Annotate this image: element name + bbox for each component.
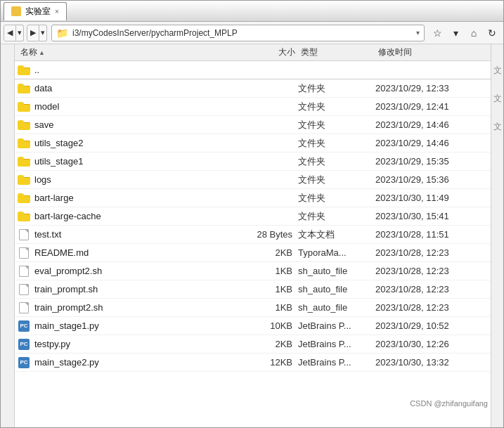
file-name-cell: logs	[18, 174, 249, 186]
file-name-cell: train_prompt2.sh	[18, 302, 249, 313]
updir-icon	[18, 65, 30, 75]
col-header-type[interactable]: 类型	[298, 46, 375, 58]
col-header-size[interactable]: 大小	[249, 46, 298, 58]
file-type: sh_auto_file	[298, 302, 375, 313]
home-button[interactable]: ⌂	[465, 25, 482, 41]
col-header-name[interactable]: 名称 ▲	[18, 46, 249, 58]
toolbar: ◀ ▾ ▶ ▾ 📁 i3/myCodesInServer/pycharmProj…	[1, 22, 503, 44]
file-name: utils_stage1	[34, 156, 83, 167]
file-type: 文件夹	[298, 119, 375, 131]
file-type: 文件夹	[298, 155, 375, 168]
file-modified: 2023/10/29, 14:46	[375, 119, 488, 130]
file-type: 文件夹	[298, 210, 375, 223]
file-type: 文件夹	[298, 82, 375, 95]
sh-icon	[19, 284, 29, 295]
file-area: 名称 ▲ 大小 类型 修改时间 ..	[15, 44, 491, 427]
file-row[interactable]: PC testpy.py 2KB JetBrains P... 2023/10/…	[15, 335, 491, 354]
left-sidebar	[1, 44, 15, 427]
refresh-button[interactable]: ↻	[484, 25, 500, 41]
file-icon-wrapper: PC	[18, 320, 30, 332]
file-row[interactable]: README.md 2KB TyporaMa... 2023/10/28, 12…	[15, 244, 491, 262]
file-row[interactable]: bart-large 文件夹 2023/10/30, 11:49	[15, 189, 491, 207]
right-sidebar-btn-1[interactable]: 文	[491, 44, 504, 72]
file-name: utils_stage2	[34, 138, 83, 148]
folder-icon	[18, 119, 30, 130]
file-row[interactable]: test.txt 28 Bytes 文本文档 2023/10/28, 11:51	[15, 226, 491, 244]
file-row[interactable]: PC main_stage2.py 12KB JetBrains P... 20…	[15, 354, 491, 372]
file-modified: 2023/10/29, 14:46	[375, 138, 488, 148]
back-dropdown-icon: ▾	[18, 28, 22, 37]
forward-button[interactable]: ▶	[27, 25, 39, 41]
file-icon-wrapper: PC	[18, 357, 30, 368]
address-text: i3/myCodesInServer/pycharmProject_MPLP	[72, 28, 412, 38]
file-row[interactable]: model 文件夹 2023/10/29, 12:41	[15, 98, 491, 116]
py-icon: PC	[18, 339, 30, 350]
file-manager-window: 实验室 × ◀ ▾ ▶ ▾ 📁 i3/myCodesI	[0, 0, 504, 428]
file-type: 文本文档	[298, 228, 375, 241]
file-type: sh_auto_file	[298, 266, 375, 276]
file-row[interactable]: save 文件夹 2023/10/29, 14:46	[15, 116, 491, 134]
file-row[interactable]: eval_prompt2.sh 1KB sh_auto_file 2023/10…	[15, 262, 491, 280]
file-type: JetBrains P...	[298, 339, 375, 349]
file-modified: 2023/10/28, 12:23	[375, 284, 488, 294]
file-size: 10KB	[249, 320, 298, 331]
file-modified: 2023/10/29, 12:41	[375, 101, 488, 112]
file-modified: 2023/10/30, 15:41	[375, 211, 488, 221]
file-name-cell: train_prompt.sh	[18, 284, 249, 295]
right-sidebar-btn-3[interactable]: 文	[491, 100, 504, 129]
file-row[interactable]: bart-large-cache 文件夹 2023/10/30, 15:41	[15, 207, 491, 226]
file-row[interactable]: train_prompt2.sh 1KB sh_auto_file 2023/1…	[15, 299, 491, 317]
file-row[interactable]: data 文件夹 2023/10/29, 12:33	[15, 79, 491, 98]
address-bar[interactable]: 📁 i3/myCodesInServer/pycharmProject_MPLP…	[51, 25, 425, 41]
file-name: testpy.py	[34, 339, 70, 349]
file-icon	[19, 247, 29, 259]
file-icon-wrapper	[18, 83, 30, 94]
file-icon-wrapper	[18, 138, 30, 149]
file-row[interactable]: ..	[15, 61, 491, 79]
file-row[interactable]: utils_stage1 文件夹 2023/10/29, 15:35	[15, 153, 491, 171]
file-type: JetBrains P...	[298, 357, 375, 368]
file-name: ..	[34, 65, 39, 75]
file-size: 1KB	[249, 302, 298, 313]
folder-icon	[18, 101, 30, 112]
file-row[interactable]: logs 文件夹 2023/10/29, 15:36	[15, 171, 491, 189]
file-modified: 2023/10/29, 15:35	[375, 156, 488, 167]
file-icon-wrapper	[18, 284, 30, 295]
file-name-cell: PC testpy.py	[18, 339, 249, 350]
file-name: main_stage2.py	[34, 357, 99, 368]
bookmark-button[interactable]: ▾	[447, 25, 464, 41]
file-list: .. data 文件夹 2023/10/29, 12:33 model 文件夹 …	[15, 61, 491, 427]
folder-icon	[18, 156, 30, 167]
file-type: JetBrains P...	[298, 320, 375, 331]
file-row[interactable]: train_prompt.sh 1KB sh_auto_file 2023/10…	[15, 280, 491, 299]
file-row[interactable]: PC main_stage1.py 10KB JetBrains P... 20…	[15, 317, 491, 335]
folder-icon	[18, 138, 30, 148]
right-sidebar-btn-2[interactable]: 文	[491, 72, 504, 100]
file-name: model	[34, 101, 59, 112]
address-folder-icon: 📁	[56, 27, 68, 39]
back-dropdown[interactable]: ▾	[16, 25, 24, 41]
file-name: save	[34, 119, 53, 130]
file-size: 2KB	[249, 247, 298, 258]
col-header-modified[interactable]: 修改时间	[375, 46, 488, 58]
file-icon-wrapper	[18, 247, 30, 259]
file-size: 1KB	[249, 284, 298, 294]
file-icon-wrapper	[18, 193, 30, 204]
file-modified: 2023/10/28, 12:23	[375, 247, 488, 258]
star-button[interactable]: ☆	[429, 25, 446, 41]
file-name-cell: README.md	[18, 247, 249, 259]
file-icon-wrapper	[18, 119, 30, 131]
back-button[interactable]: ◀	[4, 25, 16, 41]
file-row[interactable]: utils_stage2 文件夹 2023/10/29, 14:46	[15, 134, 491, 153]
address-dropdown-icon[interactable]: ▾	[416, 29, 420, 37]
title-bar: 实验室 ×	[1, 1, 503, 22]
forward-dropdown[interactable]: ▾	[39, 25, 47, 41]
back-button-group: ◀ ▾	[4, 25, 24, 41]
file-name-cell: utils_stage2	[18, 138, 249, 149]
file-name-cell: test.txt	[18, 229, 249, 240]
file-modified: 2023/10/30, 12:26	[375, 339, 488, 349]
active-tab[interactable]: 实验室 ×	[4, 2, 67, 20]
sh-icon	[19, 302, 29, 313]
tab-close-button[interactable]: ×	[55, 8, 59, 15]
file-icon-wrapper	[18, 156, 30, 167]
